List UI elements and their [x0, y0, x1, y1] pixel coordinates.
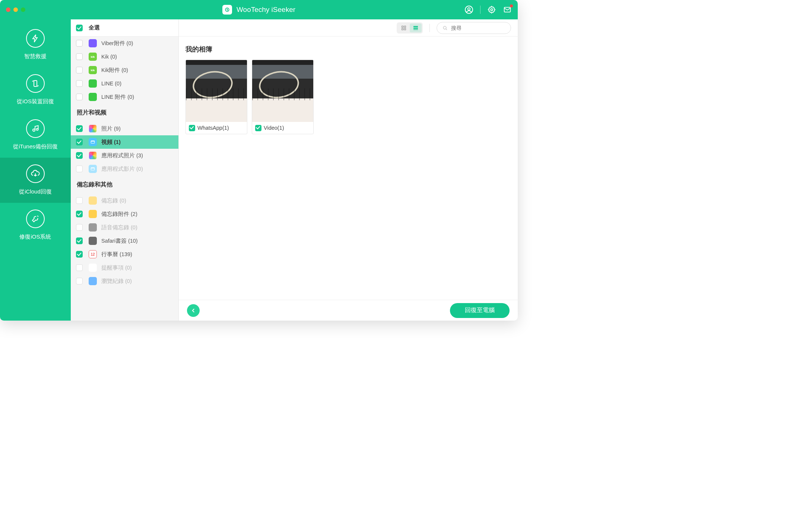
- category-label: Kik (0): [101, 54, 117, 60]
- close-window-button[interactable]: [6, 7, 10, 12]
- nav-label: 從iTunes備份回復: [1, 143, 69, 150]
- nav-smart-recovery[interactable]: 智慧救援: [0, 22, 71, 67]
- svg-rect-11: [404, 26, 406, 27]
- category-icon: 12: [89, 250, 97, 258]
- category-row[interactable]: 視頻 (1): [71, 135, 178, 149]
- category-row[interactable]: 應用程式照片 (3): [71, 149, 178, 162]
- category-row: 應用程式影片 (0): [71, 162, 178, 176]
- category-row[interactable]: kikKik (0): [71, 50, 178, 63]
- back-button[interactable]: [187, 304, 200, 317]
- category-icon: [89, 151, 97, 160]
- category-label: Safari書簽 (10): [101, 237, 138, 245]
- category-checkbox: [76, 278, 83, 284]
- album-checkbox[interactable]: [255, 125, 261, 131]
- category-icon: [89, 138, 97, 146]
- category-icon: [89, 165, 97, 173]
- svg-rect-15: [413, 28, 418, 29]
- svg-rect-5: [34, 81, 37, 86]
- content-toolbar: [179, 19, 518, 37]
- category-row: 語音備忘錄 (0): [71, 221, 178, 234]
- select-all-row[interactable]: 全選: [71, 19, 178, 37]
- cloud-download-icon: [26, 164, 45, 183]
- category-group-header: 照片和视频: [71, 104, 178, 122]
- category-checkbox[interactable]: [76, 139, 83, 145]
- category-checkbox: [76, 166, 83, 172]
- nav-recover-ios-device[interactable]: 從iOS裝置回復: [0, 67, 71, 113]
- category-label: 提醒事項 (0): [101, 264, 132, 271]
- category-checkbox[interactable]: [76, 67, 83, 73]
- category-row[interactable]: 照片 (9): [71, 122, 178, 135]
- select-all-checkbox[interactable]: [76, 25, 83, 31]
- album-label: Video(1): [264, 125, 284, 131]
- category-row: 提醒事項 (0): [71, 261, 178, 274]
- search-icon: [442, 25, 448, 31]
- category-checkbox[interactable]: [76, 251, 83, 258]
- category-label: 視頻 (1): [101, 139, 121, 146]
- category-label: 行事曆 (139): [101, 251, 132, 258]
- view-toggle: [397, 22, 423, 34]
- list-view-button[interactable]: [410, 23, 422, 32]
- category-checkbox[interactable]: [76, 40, 83, 47]
- settings-icon[interactable]: [487, 5, 496, 14]
- music-refresh-icon: [26, 119, 45, 138]
- nav-recover-icloud[interactable]: 從iCloud回復: [0, 158, 71, 203]
- album-card[interactable]: Video(1): [252, 60, 314, 134]
- footer-bar: 回復至電腦: [179, 300, 518, 321]
- maximize-window-button[interactable]: [21, 7, 25, 12]
- album-checkbox[interactable]: [189, 125, 195, 131]
- window-controls: [6, 7, 25, 12]
- category-list[interactable]: Viber附件 (0)kikKik (0)kikKik附件 (0)LINE (0…: [71, 37, 178, 321]
- category-checkbox[interactable]: [76, 211, 83, 217]
- nav-repair-ios[interactable]: 修復iOS系統: [0, 203, 71, 248]
- section-title: 我的相簿: [179, 37, 518, 57]
- title-divider: [480, 6, 480, 14]
- category-row[interactable]: 12行事曆 (139): [71, 248, 178, 261]
- category-row[interactable]: LINE (0): [71, 77, 178, 90]
- category-row[interactable]: kikKik附件 (0): [71, 63, 178, 77]
- category-row[interactable]: 備忘錄附件 (2): [71, 207, 178, 221]
- search-input[interactable]: [451, 25, 505, 31]
- search-box[interactable]: [437, 22, 511, 34]
- recover-button[interactable]: 回復至電腦: [450, 303, 510, 318]
- bolt-icon: [26, 29, 45, 48]
- category-icon: [89, 196, 97, 205]
- category-label: 語音備忘錄 (0): [101, 224, 137, 231]
- category-row[interactable]: Viber附件 (0): [71, 37, 178, 50]
- notifications-mail-icon[interactable]: [503, 5, 512, 14]
- minimize-window-button[interactable]: [13, 7, 18, 12]
- album-thumbnail: [252, 60, 313, 122]
- category-icon: [89, 264, 97, 272]
- category-icon: [89, 223, 97, 232]
- category-icon: [89, 237, 97, 245]
- category-checkbox[interactable]: [76, 237, 83, 244]
- album-card[interactable]: WhatsApp(1): [185, 60, 247, 134]
- category-row[interactable]: LINE 附件 (0): [71, 90, 178, 104]
- svg-point-17: [443, 26, 446, 29]
- category-icon: [89, 210, 97, 218]
- grid-view-button[interactable]: [398, 23, 410, 32]
- category-icon: [89, 79, 97, 88]
- account-icon[interactable]: [464, 5, 473, 14]
- category-label: 應用程式照片 (3): [101, 152, 143, 159]
- category-checkbox[interactable]: [76, 152, 83, 159]
- nav-label: 智慧救援: [1, 53, 69, 60]
- category-checkbox[interactable]: [76, 80, 83, 87]
- category-label: 瀏覽紀錄 (0): [101, 278, 132, 285]
- album-thumbnail: [186, 60, 247, 122]
- svg-point-1: [465, 6, 473, 13]
- category-checkbox[interactable]: [76, 125, 83, 132]
- svg-point-2: [468, 8, 470, 10]
- category-icon: kik: [89, 66, 97, 74]
- nav-recover-itunes[interactable]: 從iTunes備份回復: [0, 113, 71, 158]
- category-row[interactable]: Safari書簽 (10): [71, 234, 178, 248]
- category-icon: kik: [89, 53, 97, 61]
- category-checkbox[interactable]: [76, 94, 83, 100]
- category-label: 應用程式影片 (0): [101, 166, 143, 173]
- nav-label: 從iOS裝置回復: [1, 98, 69, 105]
- title-actions: [464, 5, 512, 14]
- main-body: 智慧救援 從iOS裝置回復 從iTunes備份回復 從iCloud回復: [0, 19, 518, 321]
- category-checkbox[interactable]: [76, 53, 83, 60]
- phone-refresh-icon: [26, 74, 45, 93]
- app-logo-icon: [222, 5, 232, 15]
- svg-rect-13: [404, 28, 406, 30]
